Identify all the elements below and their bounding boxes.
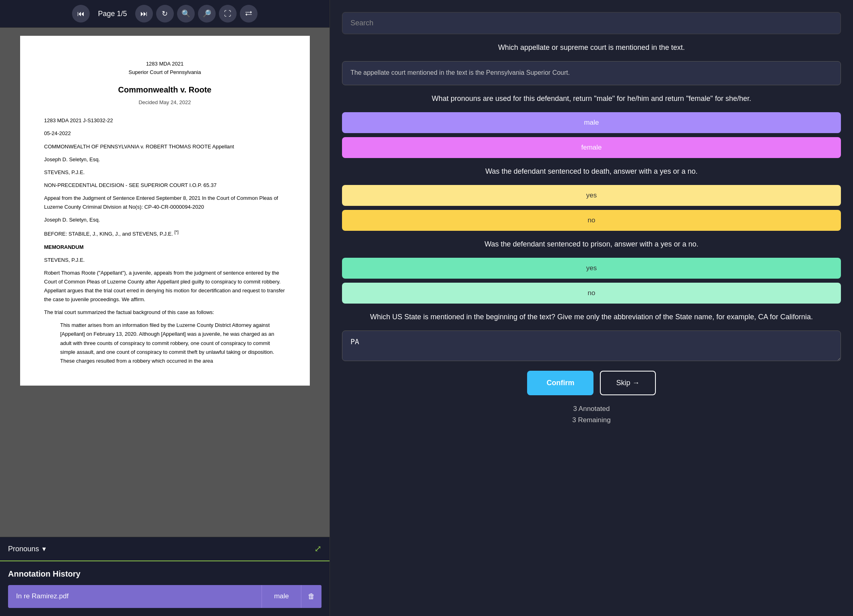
doc-line-1: 1283 MDA 2021 J-S13032-22 [44,116,286,125]
question-2-options: male female [342,112,841,158]
search-input[interactable] [342,12,841,34]
zoom-out-button[interactable]: 🔍 [177,5,195,23]
bottom-bar: Pronouns ▾ ⤢ [0,537,330,561]
action-row: Confirm Skip → [342,371,841,395]
doc-line-8: Joseph D. Seletyn, Esq. [44,216,286,224]
option-no-prison-button[interactable]: no [342,283,841,304]
doc-case-num: 1283 MDA 2021 [44,60,286,68]
doc-court: Superior Court of Pennsylvania [44,68,286,77]
history-row: In re Ramirez.pdf male 🗑 [8,585,321,608]
expand-button[interactable]: ⤢ [314,544,321,554]
question-1-text: Which appellate or supreme court is ment… [342,42,841,53]
option-yes-death-button[interactable]: yes [342,185,841,206]
navigate-button[interactable]: ⮂ [240,5,258,23]
confirm-button[interactable]: Confirm [527,371,593,395]
skip-button[interactable]: Skip → [600,371,655,395]
doc-line-7: Appeal from the Judgment of Sentence Ent… [44,194,286,211]
history-delete-button[interactable]: 🗑 [301,585,321,608]
doc-indent-text: This matter arises from an information f… [60,321,286,365]
doc-line-13: The trial court summarized the factual b… [44,308,286,317]
rotate-button[interactable]: ↻ [156,5,174,23]
option-yes-prison-button[interactable]: yes [342,258,841,279]
pronouns-label: Pronouns [8,545,39,553]
pdf-viewer: 1283 MDA 2021 Superior Court of Pennsylv… [0,28,330,537]
next-page-button[interactable]: ⏭ [135,5,153,23]
state-input[interactable] [342,331,841,361]
pdf-toolbar: ⏮ Page 1/5 ⏭ ↻ 🔍 🔎 ⛶ ⮂ [0,0,330,28]
chevron-down-icon: ▾ [42,544,46,553]
remaining-count: 3 Remaining [572,416,610,424]
annotation-history: Annotation History In re Ramirez.pdf mal… [0,561,330,616]
question-3-options: yes no [342,185,841,231]
doc-line-10: MEMORANDUM [44,243,286,252]
doc-body: 1283 MDA 2021 J-S13032-22 05-24-2022 COM… [44,116,286,365]
doc-indent-block: This matter arises from an information f… [60,321,286,365]
right-panel: Which appellate or supreme court is ment… [330,0,853,616]
history-annotation-value: male [262,585,301,608]
question-2-text: What pronouns are used for this defendan… [342,93,841,104]
annotation-history-title: Annotation History [8,569,321,579]
option-male-button[interactable]: male [342,112,841,133]
doc-line-5: STEVENS, P.J.E. [44,168,286,177]
question-4-text: Was the defendant sentenced to prison, a… [342,239,841,250]
pdf-page: 1283 MDA 2021 Superior Court of Pennsylv… [20,36,310,386]
doc-line-11: STEVENS, P.J.E. [44,256,286,265]
left-panel: ⏮ Page 1/5 ⏭ ↻ 🔍 🔎 ⛶ ⮂ 1283 MDA 2021 Sup… [0,0,330,616]
option-female-button[interactable]: female [342,137,841,158]
doc-line-4: Joseph D. Seletyn, Esq. [44,155,286,164]
first-page-button[interactable]: ⏮ [72,5,90,23]
expand-icon: ⤢ [314,544,321,554]
doc-line-12: Robert Thomas Roote ("Appellant"), a juv… [44,269,286,304]
stats-row: 3 Annotated 3 Remaining [342,405,841,424]
page-indicator: Page 1/5 [93,10,132,18]
question-3-text: Was the defendant sentenced to death, an… [342,166,841,177]
doc-line-3: COMMONWEALTH OF PENNSYLVANIA v. ROBERT T… [44,142,286,151]
option-no-death-button[interactable]: no [342,210,841,231]
doc-line-6: NON-PRECEDENTIAL DECISION - SEE SUPERIOR… [44,181,286,190]
history-file-name: In re Ramirez.pdf [8,585,262,608]
question-1-answer: The appellate court mentioned in the tex… [342,61,841,85]
zoom-in-button[interactable]: 🔎 [198,5,216,23]
annotated-count: 3 Annotated [573,405,610,413]
doc-header: 1283 MDA 2021 Superior Court of Pennsylv… [44,60,286,107]
doc-line-2: 05-24-2022 [44,129,286,138]
question-5-text: Which US State is mentioned in the begin… [342,312,841,322]
fullscreen-button[interactable]: ⛶ [219,5,237,23]
doc-line-9: BEFORE: STABILE, J., KING, J., and STEVE… [44,228,286,238]
doc-title: Commonwealth v. Roote [44,83,286,96]
doc-date: Decided May 24, 2022 [44,99,286,107]
pronouns-dropdown[interactable]: Pronouns ▾ [8,544,46,553]
question-4-options: yes no [342,258,841,304]
